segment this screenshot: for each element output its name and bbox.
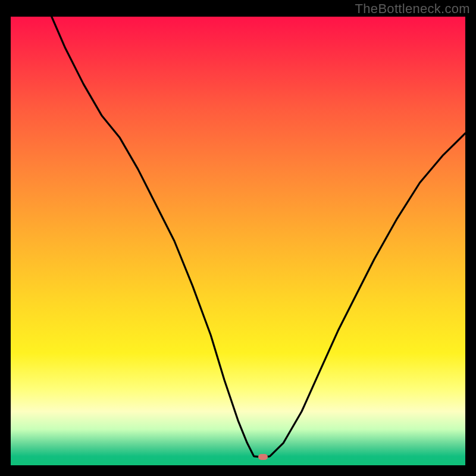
watermark-text: TheBottleneck.com bbox=[355, 1, 470, 17]
plot-area bbox=[11, 17, 465, 465]
bottleneck-curve bbox=[11, 17, 465, 465]
chart-frame: TheBottleneck.com bbox=[0, 0, 476, 476]
optimum-marker bbox=[258, 454, 268, 460]
